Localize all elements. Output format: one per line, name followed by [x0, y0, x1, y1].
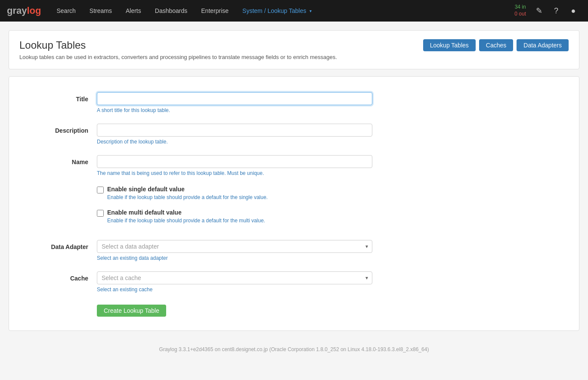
- data-adapter-help: Select an existing data adapter: [97, 255, 372, 261]
- chevron-down-icon: ▾: [309, 9, 312, 13]
- throughput-indicator: 34 in 0 out: [514, 4, 526, 17]
- data-adapter-select-wrapper: Select a data adapter ▾: [97, 240, 372, 253]
- edit-icon: ✎: [536, 6, 542, 16]
- create-lookup-table-button[interactable]: Create Lookup Table: [97, 305, 166, 317]
- help-icon-button[interactable]: ?: [548, 3, 564, 19]
- enable-multi-text: Enable multi default value Enable if the…: [107, 209, 265, 224]
- title-input[interactable]: [97, 92, 372, 105]
- help-icon: ?: [554, 6, 558, 16]
- title-label: Title: [19, 92, 97, 103]
- navbar-right: 34 in 0 out ✎ ? ●: [514, 3, 581, 19]
- nav-search[interactable]: Search: [50, 0, 82, 22]
- name-group: Name The name that is being used to refe…: [9, 150, 579, 181]
- form-submit-area: Create Lookup Table: [9, 298, 579, 320]
- name-label: Name: [19, 155, 97, 165]
- navbar: graylog Search Streams Alerts Dashboards…: [0, 0, 588, 22]
- logo-gray: gray: [7, 5, 27, 16]
- title-group: Title A short title for this lookup tabl…: [9, 87, 579, 118]
- page-subtitle: Lookup tables can be used in extractors,…: [19, 54, 337, 60]
- cache-control-wrap: Select a cache ▾ Select an existing cach…: [97, 271, 372, 293]
- nav-enterprise[interactable]: Enterprise: [194, 0, 235, 22]
- throughput-out: 0 out: [514, 11, 526, 18]
- logo-log: log: [27, 5, 41, 16]
- description-input[interactable]: [97, 124, 372, 137]
- header-text: Lookup Tables Lookup tables can be used …: [19, 39, 337, 60]
- enable-multi-label[interactable]: Enable multi default value: [107, 209, 265, 216]
- enable-multi-help: Enable if the lookup table should provid…: [107, 218, 265, 224]
- form-card: Title A short title for this lookup tabl…: [9, 76, 579, 331]
- data-adapter-control-wrap: Select a data adapter ▾ Select an existi…: [97, 240, 372, 261]
- cache-help: Select an existing cache: [97, 287, 372, 293]
- name-help: The name that is being used to refer to …: [97, 170, 372, 176]
- brand-logo[interactable]: graylog: [7, 5, 41, 16]
- enable-single-text: Enable single default value Enable if th…: [107, 186, 268, 200]
- page-wrapper: Lookup Tables Lookup tables can be used …: [0, 22, 588, 340]
- nav-alerts[interactable]: Alerts: [119, 0, 148, 22]
- cache-select-wrapper: Select a cache ▾: [97, 271, 372, 284]
- throughput-in: 34 in: [514, 4, 526, 11]
- cache-label: Cache: [19, 271, 97, 282]
- checkboxes-group: Enable single default value Enable if th…: [9, 181, 579, 235]
- description-group: Description Description of the lookup ta…: [9, 118, 579, 150]
- header-buttons: Lookup Tables Caches Data Adapters: [423, 39, 569, 51]
- cache-select[interactable]: Select a cache: [97, 271, 372, 284]
- user-icon: ●: [571, 6, 576, 16]
- footer-text: Graylog 3.3.1+e2d4365 on cent8.designet.…: [159, 346, 429, 352]
- nav-system[interactable]: System / Lookup Tables ▾: [235, 0, 319, 22]
- data-adapters-button[interactable]: Data Adapters: [517, 39, 569, 51]
- title-help: A short title for this lookup table.: [97, 107, 372, 113]
- nav-streams[interactable]: Streams: [83, 0, 119, 22]
- page-title: Lookup Tables: [19, 39, 337, 51]
- title-control-wrap: A short title for this lookup table.: [97, 92, 372, 113]
- header-card: Lookup Tables Lookup tables can be used …: [9, 30, 579, 69]
- enable-single-help: Enable if the lookup table should provid…: [107, 194, 268, 200]
- cache-group: Cache Select a cache ▾ Select an existin…: [9, 266, 579, 298]
- enable-multi-checkbox[interactable]: [97, 210, 104, 217]
- enable-single-item: Enable single default value Enable if th…: [97, 186, 569, 200]
- system-link-label: System / Lookup Tables: [242, 7, 306, 14]
- name-control-wrap: The name that is being used to refer to …: [97, 155, 372, 176]
- user-icon-button[interactable]: ●: [566, 3, 581, 19]
- lookup-tables-button[interactable]: Lookup Tables: [423, 39, 476, 51]
- data-adapter-select[interactable]: Select a data adapter: [97, 240, 372, 253]
- data-adapter-label: Data Adapter: [19, 240, 97, 250]
- enable-multi-item: Enable multi default value Enable if the…: [97, 209, 569, 224]
- description-label: Description: [19, 124, 97, 134]
- enable-single-label[interactable]: Enable single default value: [107, 186, 268, 193]
- data-adapter-group: Data Adapter Select a data adapter ▾ Sel…: [9, 235, 579, 266]
- description-help: Description of the lookup table.: [97, 139, 372, 145]
- description-control-wrap: Description of the lookup table.: [97, 124, 372, 145]
- footer: Graylog 3.3.1+e2d4365 on cent8.designet.…: [0, 340, 588, 359]
- edit-icon-button[interactable]: ✎: [531, 3, 547, 19]
- enable-single-checkbox[interactable]: [97, 187, 104, 193]
- nav-dashboards[interactable]: Dashboards: [148, 0, 195, 22]
- name-input[interactable]: [97, 155, 372, 168]
- caches-button[interactable]: Caches: [479, 39, 513, 51]
